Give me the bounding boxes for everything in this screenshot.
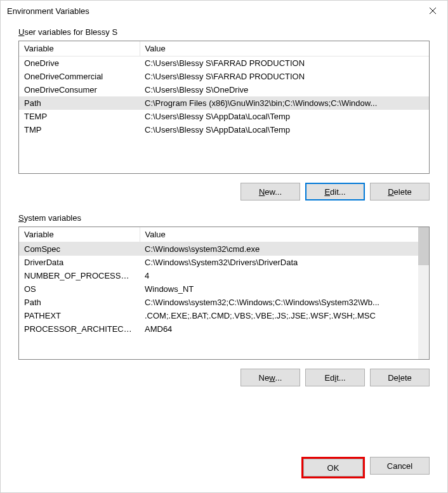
user-variables-table[interactable]: Variable Value OneDriveC:\Users\Blessy S… bbox=[19, 41, 429, 136]
ok-highlight: OK bbox=[301, 457, 365, 478]
table-header-row: Variable Value bbox=[19, 227, 418, 242]
table-row[interactable]: OSWindows_NT bbox=[19, 282, 418, 296]
col-header-value[interactable]: Value bbox=[140, 41, 429, 56]
cell-variable: DriverData bbox=[19, 256, 140, 269]
table-header-row: Variable Value bbox=[19, 41, 429, 56]
cell-value: C:\Users\Blessy S\OneDrive bbox=[140, 83, 429, 96]
cell-value: C:\Users\Blessy S\FARRAD PRODUCTION bbox=[140, 56, 429, 70]
cell-variable: PATHEXT bbox=[19, 309, 140, 322]
cell-value: C:\Windows\System32\Drivers\DriverData bbox=[140, 256, 418, 269]
window-title: Environment Variables bbox=[7, 6, 89, 16]
cell-value: C:\Users\Blessy S\AppData\Local\Temp bbox=[140, 110, 429, 123]
system-label-accel: S bbox=[18, 213, 24, 223]
dialog-content: User variables for Blessy S Variable Val… bbox=[1, 21, 447, 449]
cell-value: C:\Windows\system32;C:\Windows;C:\Window… bbox=[140, 296, 418, 309]
system-variables-table-wrap: Variable Value ComSpecC:\Windows\system3… bbox=[18, 227, 430, 360]
close-button[interactable] bbox=[418, 1, 447, 21]
col-header-variable[interactable]: Variable bbox=[19, 227, 140, 242]
cell-variable: PROCESSOR_ARCHITECTU... bbox=[19, 322, 140, 336]
cell-variable: OneDrive bbox=[19, 56, 140, 70]
table-row[interactable]: PathC:\Program Files (x86)\GnuWin32\bin;… bbox=[19, 96, 429, 110]
cell-variable: Path bbox=[19, 296, 140, 309]
cell-value: C:\Users\Blessy S\AppData\Local\Temp bbox=[140, 123, 429, 136]
cell-variable: Path bbox=[19, 96, 140, 110]
table-row[interactable]: DriverDataC:\Windows\System32\Drivers\Dr… bbox=[19, 256, 418, 269]
cell-variable: NUMBER_OF_PROCESSORS bbox=[19, 269, 140, 282]
table-row[interactable]: NUMBER_OF_PROCESSORS4 bbox=[19, 269, 418, 282]
table-row[interactable]: OneDriveCommercialC:\Users\Blessy S\FARR… bbox=[19, 70, 429, 83]
cell-value: AMD64 bbox=[140, 322, 418, 336]
col-header-value[interactable]: Value bbox=[140, 227, 418, 242]
table-row[interactable]: TEMPC:\Users\Blessy S\AppData\Local\Temp bbox=[19, 110, 429, 123]
cell-value: C:\Program Files (x86)\GnuWin32\bin;C:\W… bbox=[140, 96, 429, 110]
cell-variable: ComSpec bbox=[19, 242, 140, 256]
cell-value: C:\Users\Blessy S\FARRAD PRODUCTION bbox=[140, 70, 429, 83]
cancel-button[interactable]: Cancel bbox=[370, 457, 430, 475]
scrollbar-thumb[interactable] bbox=[418, 227, 429, 265]
table-row[interactable]: PATHEXT.COM;.EXE;.BAT;.CMD;.VBS;.VBE;.JS… bbox=[19, 309, 418, 322]
system-variables-label: System variables bbox=[18, 213, 430, 223]
user-delete-button[interactable]: Delete bbox=[370, 183, 430, 200]
col-header-variable[interactable]: Variable bbox=[19, 41, 140, 56]
system-delete-button[interactable]: Delete bbox=[370, 369, 430, 386]
system-new-button[interactable]: New... bbox=[240, 369, 300, 386]
system-edit-button[interactable]: Edit... bbox=[305, 369, 365, 386]
user-variables-group: User variables for Blessy S Variable Val… bbox=[18, 27, 430, 200]
system-variables-group: System variables Variable Value ComSpecC… bbox=[18, 213, 430, 386]
system-variables-table[interactable]: Variable Value ComSpecC:\Windows\system3… bbox=[19, 227, 418, 336]
cell-variable: OneDriveConsumer bbox=[19, 83, 140, 96]
table-row[interactable]: PROCESSOR_ARCHITECTU...AMD64 bbox=[19, 322, 418, 336]
cell-value: Windows_NT bbox=[140, 282, 418, 296]
titlebar: Environment Variables bbox=[1, 1, 447, 21]
user-buttons-row: New... Edit... Delete bbox=[18, 183, 430, 200]
dialog-footer: OK Cancel bbox=[1, 449, 447, 492]
user-edit-button[interactable]: Edit... bbox=[305, 183, 365, 200]
user-label-text: ser variables for Blessy S bbox=[24, 27, 117, 37]
user-new-button[interactable]: New... bbox=[240, 183, 300, 200]
cell-value: .COM;.EXE;.BAT;.CMD;.VBS;.VBE;.JS;.JSE;.… bbox=[140, 309, 418, 322]
table-row[interactable]: OneDriveConsumerC:\Users\Blessy S\OneDri… bbox=[19, 83, 429, 96]
user-label-accel: U bbox=[18, 27, 24, 37]
table-row[interactable]: TMPC:\Users\Blessy S\AppData\Local\Temp bbox=[19, 123, 429, 136]
table-row[interactable]: OneDriveC:\Users\Blessy S\FARRAD PRODUCT… bbox=[19, 56, 429, 70]
cell-value: C:\Windows\system32\cmd.exe bbox=[140, 242, 418, 256]
cell-variable: TMP bbox=[19, 123, 140, 136]
cell-variable: OS bbox=[19, 282, 140, 296]
close-icon bbox=[429, 7, 437, 15]
system-label-text: ystem variables bbox=[24, 213, 81, 223]
table-row[interactable]: PathC:\Windows\system32;C:\Windows;C:\Wi… bbox=[19, 296, 418, 309]
cell-value: 4 bbox=[140, 269, 418, 282]
user-variables-label: User variables for Blessy S bbox=[18, 27, 430, 37]
scrollbar-track[interactable] bbox=[418, 227, 429, 359]
cell-variable: OneDriveCommercial bbox=[19, 70, 140, 83]
user-variables-table-wrap: Variable Value OneDriveC:\Users\Blessy S… bbox=[18, 41, 430, 174]
cell-variable: TEMP bbox=[19, 110, 140, 123]
table-row[interactable]: ComSpecC:\Windows\system32\cmd.exe bbox=[19, 242, 418, 256]
system-buttons-row: New... Edit... Delete bbox=[18, 369, 430, 386]
ok-button[interactable]: OK bbox=[303, 459, 363, 477]
env-vars-dialog: Environment Variables User variables for… bbox=[0, 0, 448, 493]
